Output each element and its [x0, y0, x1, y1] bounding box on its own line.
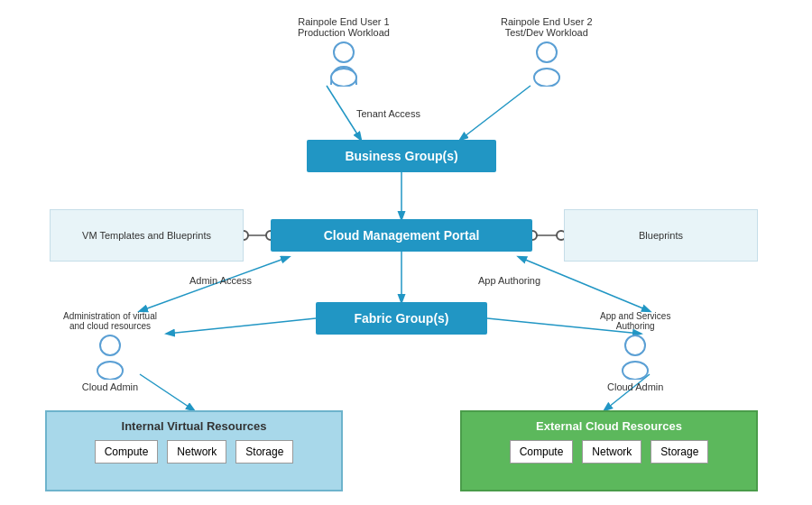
- svg-point-17: [331, 69, 356, 87]
- left-panel-label: VM Templates and Blueprints: [82, 230, 211, 241]
- external-resources-items: Compute Network Storage: [473, 440, 745, 464]
- internal-resources-box: Internal Virtual Resources Compute Netwo…: [45, 410, 343, 491]
- svg-point-22: [625, 335, 645, 355]
- internal-compute: Compute: [95, 440, 159, 464]
- internal-storage: Storage: [235, 440, 293, 464]
- external-storage: Storage: [651, 440, 708, 464]
- right-admin-label: Cloud Admin: [607, 381, 663, 392]
- internal-resources-items: Compute Network Storage: [58, 440, 330, 464]
- admin-access-label: Admin Access: [189, 275, 252, 286]
- right-panel: Blueprints: [564, 209, 758, 262]
- diagram-container: Rainpole End User 1Production Workload R…: [0, 0, 812, 505]
- external-resources-title: External Cloud Resources: [473, 419, 745, 433]
- user1-label: Rainpole End User 1Production Workload: [298, 16, 390, 38]
- cloud-admin-left: Administration of virtualand cloud resou…: [63, 311, 157, 392]
- cloud-admin-right: App and ServicesAuthoring Cloud Admin: [600, 311, 670, 392]
- svg-point-18: [537, 42, 557, 62]
- svg-point-16: [334, 42, 354, 62]
- svg-point-19: [534, 69, 559, 87]
- svg-point-23: [623, 362, 648, 380]
- svg-line-10: [167, 318, 316, 334]
- external-resources-box: External Cloud Resources Compute Network…: [460, 410, 758, 491]
- left-admin-sublabel: Administration of virtualand cloud resou…: [63, 311, 157, 331]
- left-admin-icon: [94, 335, 126, 380]
- fabric-groups-box: Fabric Group(s): [316, 302, 487, 335]
- internal-resources-title: Internal Virtual Resources: [58, 419, 330, 433]
- right-panel-label: Blueprints: [639, 230, 683, 241]
- svg-point-21: [97, 362, 123, 380]
- app-authoring-label: App Authoring: [478, 275, 540, 286]
- left-panel: VM Templates and Blueprints: [50, 209, 244, 262]
- left-admin-label: Cloud Admin: [82, 381, 138, 392]
- right-admin-icon: [619, 335, 651, 380]
- cloud-management-box: Cloud Management Portal: [271, 219, 532, 252]
- tenant-access-label: Tenant Access: [356, 108, 420, 119]
- business-groups-box: Business Group(s): [307, 140, 496, 172]
- user1: Rainpole End User 1Production Workload: [298, 16, 390, 87]
- right-admin-sublabel: App and ServicesAuthoring: [600, 311, 670, 331]
- user2-icon: [531, 41, 563, 87]
- svg-line-1: [460, 86, 531, 140]
- external-network: Network: [582, 440, 641, 464]
- user1-icon: [328, 41, 360, 87]
- external-compute: Compute: [510, 440, 574, 464]
- svg-point-20: [100, 335, 120, 355]
- user2-label: Rainpole End User 2Test/Dev Workload: [501, 16, 593, 38]
- user2: Rainpole End User 2Test/Dev Workload: [501, 16, 593, 87]
- internal-network: Network: [167, 440, 226, 464]
